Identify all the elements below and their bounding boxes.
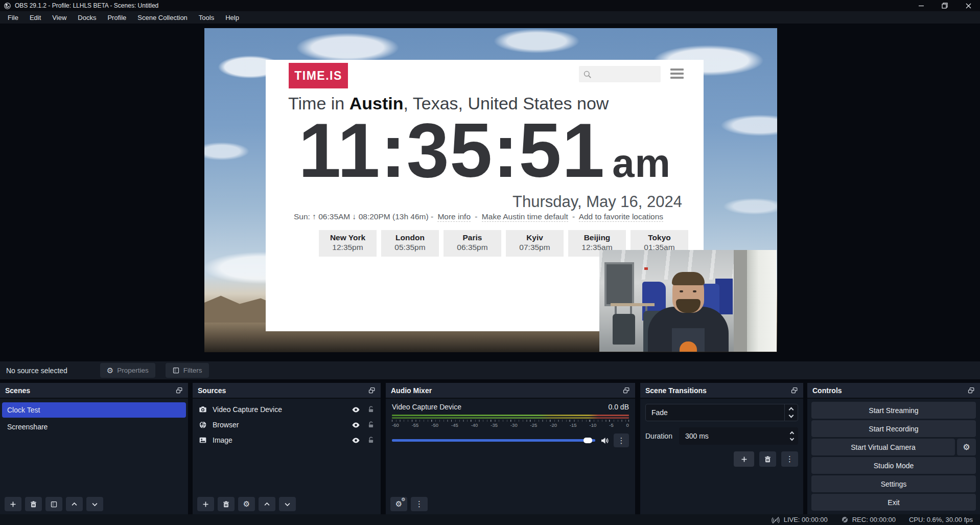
- city-card: London05:35pm: [381, 230, 439, 257]
- sources-header: Sources: [193, 383, 381, 399]
- restore-button[interactable]: [933, 0, 956, 11]
- menu-profile[interactable]: Profile: [102, 12, 132, 23]
- popout-icon[interactable]: [175, 386, 183, 394]
- volume-meter: -60-55-50-45-40-35-30-25-20-15-10-50: [392, 415, 629, 428]
- scene-filters-button[interactable]: [45, 497, 62, 511]
- menu-help[interactable]: Help: [220, 12, 245, 23]
- filter-icon: [172, 367, 180, 374]
- menu-view[interactable]: View: [46, 12, 72, 23]
- volume-slider-handle[interactable]: [584, 438, 592, 443]
- start-streaming-button[interactable]: Start Streaming: [811, 402, 976, 419]
- status-bar: LIVE: 00:00:00 REC: 00:00:00 CPU: 0.6%, …: [0, 514, 980, 525]
- volume-slider[interactable]: [392, 439, 595, 442]
- source-status-text: No source selected: [6, 367, 67, 375]
- record-inactive-icon: [841, 516, 849, 523]
- city-card: Paris06:35pm: [444, 230, 501, 257]
- transition-select[interactable]: Fade: [645, 404, 798, 421]
- exit-button[interactable]: Exit: [811, 494, 976, 511]
- remove-scene-button[interactable]: [25, 497, 42, 511]
- stream-inactive-icon: [771, 515, 780, 524]
- spinner-arrows-icon[interactable]: [790, 430, 797, 442]
- webcam-video-source: [599, 250, 777, 352]
- controls-header: Controls: [807, 383, 980, 399]
- city-card: New York12:35pm: [319, 230, 377, 257]
- audio-mixer-panel: Audio Mixer Video Capture Device 0.0 dB …: [386, 383, 635, 514]
- office-window: [744, 250, 777, 352]
- menu-file[interactable]: File: [2, 12, 24, 23]
- virtual-camera-settings-button[interactable]: ⚙: [957, 439, 976, 455]
- studio-mode-button[interactable]: Studio Mode: [811, 457, 976, 474]
- audio-toolbar: ⚙⚙ ⋮: [386, 494, 635, 514]
- camera-icon: [199, 405, 207, 414]
- scene-transitions-panel: Scene Transitions Fade Duration 300 ms: [640, 383, 803, 514]
- menu-edit[interactable]: Edit: [24, 12, 46, 23]
- mixer-options-button[interactable]: ⋮: [614, 433, 629, 447]
- popout-icon[interactable]: [967, 386, 975, 394]
- scene-item-clock-test[interactable]: Clock Test: [2, 402, 186, 418]
- speaker-icon[interactable]: [600, 436, 609, 445]
- favorite-link: Add to favorite locations: [579, 212, 663, 222]
- timeis-date: Thursday, May 16, 2024: [512, 193, 682, 211]
- timeis-search-box: [579, 66, 661, 82]
- preview-canvas[interactable]: TIME.IS Time in Austin, Texas, United St…: [204, 28, 777, 352]
- scenes-toolbar: [0, 494, 188, 514]
- add-transition-button[interactable]: [734, 451, 754, 467]
- scenes-header: Scenes: [0, 383, 188, 399]
- timeis-logo: TIME.IS: [289, 63, 348, 88]
- add-source-button[interactable]: [197, 497, 214, 511]
- timeis-sun-info: Sun: ↑ 06:35AM ↓ 08:20PM (13h 46m) - Mor…: [294, 212, 683, 221]
- filters-button[interactable]: Filters: [166, 363, 209, 378]
- menu-scene-collection[interactable]: Scene Collection: [132, 12, 193, 23]
- visibility-eye-icon[interactable]: [352, 436, 360, 445]
- audio-options-button[interactable]: ⋮: [411, 497, 428, 511]
- properties-button[interactable]: ⚙ Properties: [100, 363, 155, 378]
- transition-options-button[interactable]: ⋮: [781, 451, 798, 467]
- mixer-channel-name: Video Capture Device: [392, 403, 461, 411]
- popout-icon[interactable]: [368, 386, 376, 394]
- menu-tools[interactable]: Tools: [193, 12, 220, 23]
- visibility-eye-icon[interactable]: [352, 405, 360, 414]
- duration-spinner[interactable]: 300 ms: [679, 427, 798, 445]
- title-bar: OBS 29.1.2 - Profile: LLHLS BETA - Scene…: [0, 0, 980, 11]
- move-scene-down-button[interactable]: [86, 497, 103, 511]
- close-button[interactable]: [956, 0, 980, 11]
- lock-open-icon[interactable]: [367, 436, 375, 444]
- scene-transitions-header: Scene Transitions: [640, 383, 803, 399]
- remove-source-button[interactable]: [218, 497, 235, 511]
- duration-label: Duration: [645, 432, 672, 440]
- sources-toolbar: ⚙: [193, 494, 381, 514]
- scenes-panel: Scenes Clock Test Screenshare: [0, 383, 188, 514]
- move-scene-up-button[interactable]: [66, 497, 83, 511]
- minimize-button[interactable]: [909, 0, 933, 11]
- cpu-status: CPU: 0.6%, 30.00 fps: [909, 516, 973, 523]
- start-recording-button[interactable]: Start Recording: [811, 420, 976, 437]
- advanced-audio-button[interactable]: ⚙⚙: [390, 497, 407, 511]
- move-source-down-button[interactable]: [279, 497, 296, 511]
- move-source-up-button[interactable]: [259, 497, 275, 511]
- lock-open-icon[interactable]: [367, 405, 375, 414]
- settings-button[interactable]: Settings: [811, 475, 976, 492]
- sources-panel: Sources Video Capture Device Browser: [193, 383, 381, 514]
- add-scene-button[interactable]: [5, 497, 21, 511]
- source-item-browser[interactable]: Browser: [193, 417, 381, 432]
- chevron-up-down-icon[interactable]: [784, 404, 798, 421]
- source-item-video-capture[interactable]: Video Capture Device: [193, 402, 381, 417]
- menu-docks[interactable]: Docks: [72, 12, 102, 23]
- popout-icon[interactable]: [622, 386, 630, 394]
- remove-transition-button[interactable]: [759, 451, 776, 467]
- lock-open-icon[interactable]: [367, 421, 375, 429]
- source-toolbar: No source selected ⚙ Properties Filters: [0, 361, 980, 379]
- timeis-clock: 11:35:51am: [266, 112, 704, 189]
- controls-panel: Controls Start Streaming Start Recording…: [807, 383, 980, 514]
- popout-icon[interactable]: [790, 386, 798, 394]
- globe-icon: [199, 421, 207, 429]
- make-default-link: Make Austin time default: [482, 212, 568, 222]
- scene-item-screenshare[interactable]: Screenshare: [2, 419, 186, 435]
- source-properties-button[interactable]: ⚙: [238, 497, 255, 511]
- visibility-eye-icon[interactable]: [352, 421, 360, 429]
- live-status: LIVE: 00:00:00: [771, 515, 828, 524]
- source-item-image[interactable]: Image: [193, 432, 381, 448]
- start-virtual-camera-button[interactable]: Start Virtual Camera: [811, 439, 955, 455]
- obs-logo-icon: [4, 2, 11, 10]
- rec-status: REC: 00:00:00: [841, 516, 896, 523]
